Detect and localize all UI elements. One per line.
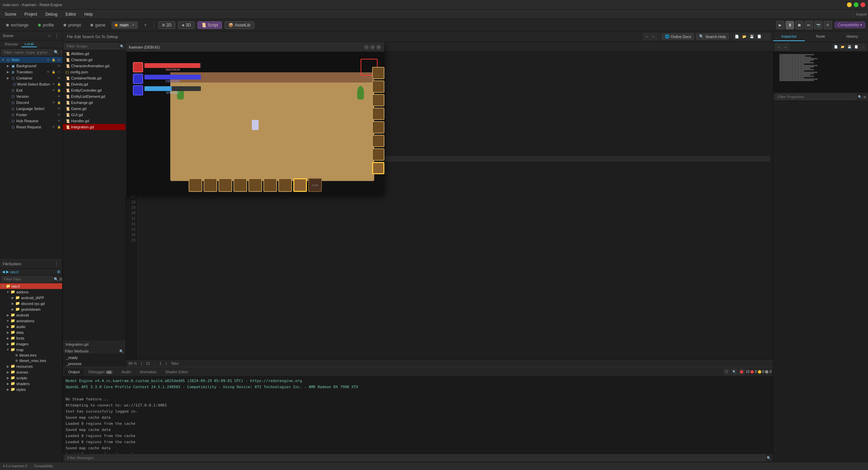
stop-button[interactable]: ⏹	[795, 21, 803, 29]
tab-output[interactable]: Output	[64, 368, 84, 375]
item-btn-6[interactable]	[372, 135, 384, 147]
viewport-close[interactable]: ✕	[376, 45, 381, 50]
tab-shader-editor[interactable]: Shader Editor	[161, 368, 192, 375]
fs-item-scripts[interactable]: ▶ 📁 scripts	[0, 375, 62, 381]
menu-scene[interactable]: Scene	[1, 11, 20, 17]
tree-eye-footer[interactable]: 👁	[56, 112, 61, 117]
output-search-button[interactable]: 🔍	[731, 369, 737, 375]
inspector-forward[interactable]: ▶	[783, 43, 789, 50]
doc-open-button[interactable]: 📂	[741, 33, 748, 40]
fs-item-godotsteam[interactable]: ▶ 📁 godotsteam	[0, 306, 62, 312]
tree-item-version[interactable]: ⬡ Version 👁	[0, 93, 63, 100]
tree-eye-discord[interactable]: 👁	[51, 100, 56, 105]
fs-item-resources[interactable]: ▶ 📁 resources	[0, 363, 62, 369]
fs-item-android[interactable]: ▶ 📁 android	[0, 312, 62, 318]
fs-item-fonts[interactable]: ▶ 📁 fonts	[0, 335, 62, 341]
script-item-divinity[interactable]: 📜 Divinity.gd	[63, 81, 125, 87]
tab-animation[interactable]: Animation	[136, 368, 161, 375]
tab-debugger[interactable]: Debugger11	[84, 368, 117, 375]
tab-main[interactable]: main ✕	[111, 21, 138, 29]
tree-item-worldbtn[interactable]: ⬡ World Select Button 👁 🔒	[0, 81, 63, 87]
nav-back-button[interactable]: ◀	[643, 33, 650, 40]
fs-view-toggle[interactable]: ⊞	[57, 270, 60, 274]
hotbar-4[interactable]	[233, 178, 247, 192]
doc-saveas-button[interactable]: 📑	[756, 33, 763, 40]
hotbar-7[interactable]	[278, 178, 292, 192]
tab-main-close[interactable]: ✕	[132, 23, 135, 27]
menu-help[interactable]: Help	[81, 11, 96, 17]
tree-item-background[interactable]: ▶ ▣ Background 👁	[0, 63, 63, 69]
tree-item-langsel[interactable]: ⬡ Language Select 👁	[0, 106, 63, 112]
fs-item-tileset[interactable]: 🗎 tileset.tres	[0, 352, 62, 358]
script-item-containernode[interactable]: 📜 ContainerNode.gd	[63, 75, 125, 81]
tree-lock-main[interactable]: 🔒	[51, 57, 56, 62]
tree-item-resetreq[interactable]: ⬡ Reset Request 👁 🔒	[0, 124, 63, 130]
tree-eye-hubreq[interactable]: 👁	[56, 119, 61, 123]
inspector-options-button[interactable]: ⋮	[860, 44, 866, 50]
search-help-button[interactable]: 🔍 Search Help	[696, 33, 729, 40]
tree-lock-discord[interactable]: 🔒	[56, 100, 61, 105]
tree-group-main[interactable]: ⊞	[56, 57, 61, 62]
nav-forward-button[interactable]: ▶	[650, 33, 657, 40]
fs-forward-icon[interactable]: ▶	[6, 270, 9, 274]
scene-add-button[interactable]: ＋	[46, 33, 52, 39]
close-button[interactable]	[861, 2, 865, 7]
tab-profile[interactable]: profile	[35, 21, 57, 29]
hotbar-5[interactable]	[248, 178, 262, 192]
inspector-saveas-button[interactable]: 📑	[853, 44, 859, 50]
viewport-maximize[interactable]: □	[370, 45, 375, 50]
inspector-save-button[interactable]: 💾	[846, 44, 852, 50]
output-filter-button[interactable]: ☰	[724, 369, 730, 375]
tab-prompt[interactable]: prompt	[60, 21, 84, 29]
tree-eye-cont[interactable]: 👁	[56, 76, 61, 80]
game-viewport[interactable]: Kaetram (DEBUG) — □ ✕	[126, 42, 384, 195]
item-btn-7[interactable]	[372, 148, 384, 161]
tab-node[interactable]: Node	[805, 32, 836, 41]
tree-eye-bg[interactable]: 👁	[56, 64, 61, 68]
scene-options-button[interactable]: ⋮	[54, 33, 60, 39]
fs-item-discord-rpc[interactable]: ▶ 📁 discord-rpc.gd	[0, 301, 62, 306]
tree-eye-main[interactable]: 👁	[46, 57, 50, 62]
tab-inspector[interactable]: Inspector	[773, 32, 805, 41]
fs-filter-options[interactable]: ⊞	[59, 277, 63, 282]
tab-history[interactable]: History	[836, 32, 868, 41]
doc-save-button[interactable]: 💾	[748, 33, 755, 40]
script-item-config[interactable]: { } config.json	[63, 69, 125, 75]
fs-item-styles[interactable]: ▶ 📁 styles	[0, 386, 62, 392]
tree-lock-resetreq[interactable]: 🔒	[56, 125, 61, 129]
inspector-new-button[interactable]: 📄	[833, 44, 839, 50]
online-docs-button[interactable]: 🌐 Online Docs	[662, 33, 694, 40]
camera-button[interactable]: 📷	[814, 21, 822, 29]
tab-add[interactable]: +	[141, 21, 150, 29]
fs-item-shaders[interactable]: ▶ 📁 shaders	[0, 381, 62, 386]
inspector-open-button[interactable]: 📂	[839, 44, 846, 50]
tree-eye-ver[interactable]: 👁	[56, 94, 61, 99]
tree-eye-worldbtn[interactable]: 👁	[51, 82, 56, 87]
tree-eye-langsel[interactable]: 👁	[56, 106, 61, 111]
tab-audio[interactable]: Audio	[117, 368, 135, 375]
item-btn-1[interactable]	[372, 67, 384, 79]
tree-lock-trans[interactable]: 🔒	[51, 70, 56, 74]
hotbar-1[interactable]	[189, 178, 202, 192]
tree-item-main[interactable]: ▼ ⬡ Main 👁 🔒 ⊞	[0, 57, 63, 63]
method-item-process[interactable]: _process	[63, 361, 125, 367]
fs-item-animations[interactable]: ▼ 📁 animations	[0, 318, 62, 324]
script-item-charanim[interactable]: 📜 CharacterAnimation.gd	[63, 63, 125, 69]
tree-lock-exit[interactable]: 🔒	[56, 88, 61, 93]
minimize-button[interactable]	[847, 2, 852, 7]
hotbar-8-active[interactable]	[293, 178, 307, 192]
step-button[interactable]: ⏭	[805, 21, 813, 29]
filter-messages-input[interactable]	[65, 455, 765, 461]
tree-eye-resetreq[interactable]: 👁	[51, 125, 56, 129]
maximize-button[interactable]	[854, 2, 858, 7]
script-item-character[interactable]: 📜 Character.gd	[63, 57, 125, 63]
tree-item-container[interactable]: ▶ ⬡ Container 👁	[0, 75, 63, 81]
tree-lock-worldbtn[interactable]: 🔒	[56, 82, 61, 87]
script-button[interactable]: 📜 Script	[197, 21, 222, 29]
tree-item-discord[interactable]: ⬡ Discord 👁 🔒	[0, 100, 63, 106]
inspector-filter-input[interactable]	[775, 94, 856, 100]
fs-item-android-iapp[interactable]: ▶ 📁 android_IAPP	[0, 295, 62, 301]
doc-options-button[interactable]: ⋮	[763, 33, 770, 40]
script-item-entitycontroller[interactable]: 📜 EntityController.gd	[63, 87, 125, 93]
script-item-handler[interactable]: 📜 Handler.gd	[63, 118, 125, 124]
